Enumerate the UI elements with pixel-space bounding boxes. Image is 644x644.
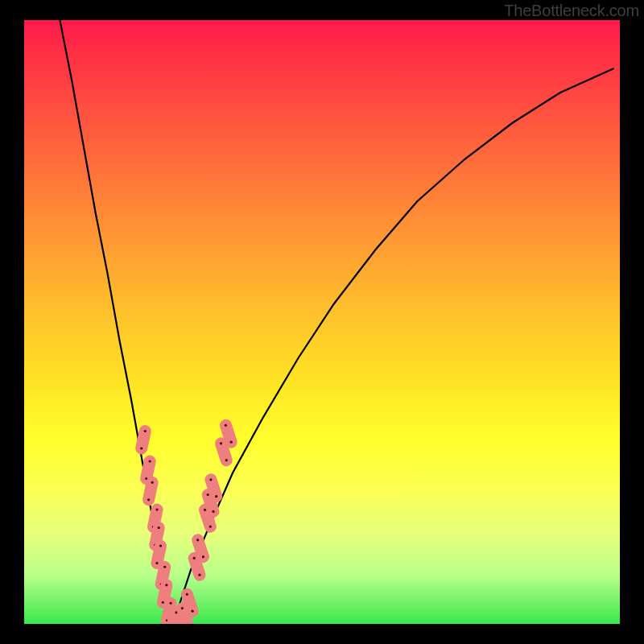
marker-pill: [157, 546, 161, 564]
marker-dot: [159, 544, 162, 547]
marker-dot: [198, 574, 200, 576]
marker-dot: [230, 441, 233, 444]
marker-dot: [181, 607, 184, 609]
chart-frame: TheBottleneck.com: [0, 0, 644, 644]
marker-dot: [186, 593, 188, 596]
markers-right-branch: [175, 424, 232, 624]
marker-dot: [192, 610, 194, 613]
marker-dot: [155, 562, 158, 564]
marker-dot: [162, 601, 164, 604]
marker-dot: [196, 539, 199, 541]
marker-dot: [163, 566, 166, 568]
marker-dot: [212, 510, 214, 513]
marker-dot: [220, 442, 222, 444]
marker-pill: [221, 444, 227, 460]
marker-dot: [151, 481, 154, 484]
marker-pill: [187, 594, 192, 611]
marker-dot: [170, 602, 172, 605]
marker-pill: [142, 431, 146, 448]
marker-dot: [144, 430, 147, 432]
markers-left-branch: [140, 430, 176, 624]
marker-dot: [209, 478, 212, 481]
marker-dot: [225, 459, 228, 461]
marker-pill: [198, 540, 204, 557]
plot-area: [24, 20, 620, 624]
bottleneck-curve-svg: [24, 20, 620, 624]
watermark-text: TheBottleneck.com: [504, 2, 639, 20]
marker-dot: [209, 526, 212, 528]
marker-dot: [149, 460, 151, 462]
marker-dot: [204, 509, 206, 511]
marker-pill: [211, 480, 217, 497]
marker-dot: [215, 495, 217, 497]
marker-dot: [207, 493, 209, 496]
marker-pill: [225, 425, 231, 442]
marker-pill: [149, 482, 153, 500]
marker-dot: [147, 498, 150, 501]
marker-dot: [193, 557, 196, 559]
bottleneck-curve: [60, 20, 613, 624]
marker-dot: [165, 584, 167, 586]
marker-pill: [147, 461, 151, 479]
marker-dot: [225, 424, 227, 427]
marker-dot: [158, 526, 160, 529]
marker-dot: [140, 447, 142, 449]
marker-dot: [155, 508, 158, 510]
marker-dot: [202, 555, 204, 558]
